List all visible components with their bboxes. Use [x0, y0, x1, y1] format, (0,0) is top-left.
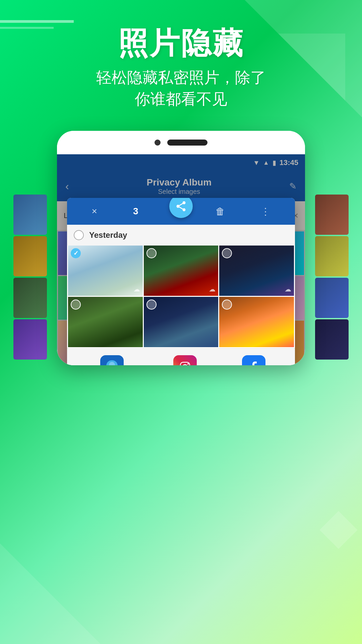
image-checkbox-3[interactable]	[222, 248, 232, 258]
header-section: 照片隐藏 轻松隐藏私密照片，除了 你谁都看不见	[0, 27, 362, 110]
selected-count: 3	[133, 206, 138, 217]
side-photo-right-4	[315, 319, 349, 360]
image-cell-3[interactable]: ☁	[219, 246, 294, 296]
sub-title: 轻松隐藏私密照片，除了 你谁都看不见	[0, 67, 362, 110]
svg-point-2	[187, 363, 189, 365]
share-app-facebook[interactable]: Facebook	[239, 355, 268, 365]
group-label: Yesterday	[67, 225, 295, 246]
side-photo-right-2	[315, 236, 349, 276]
share-button[interactable]	[169, 198, 193, 218]
delete-button[interactable]: 🗑	[216, 206, 225, 217]
phone-camera	[155, 140, 161, 146]
deselect-button[interactable]: ×	[92, 206, 97, 217]
image-checkbox-1[interactable]	[71, 248, 81, 258]
share-dialog: × 3 + 🗑 ⋮ Yesterday	[67, 198, 295, 365]
selected-toolbar: × 3 + 🗑 ⋮	[67, 198, 295, 225]
side-photos-right	[315, 195, 349, 360]
image-checkbox-2[interactable]	[146, 248, 157, 258]
image-cell-1[interactable]: ☁	[68, 246, 143, 296]
side-photo-left-2	[13, 236, 47, 276]
group-checkbox[interactable]	[74, 230, 84, 240]
side-photo-right-1	[315, 195, 349, 235]
image-checkbox-5[interactable]	[146, 300, 157, 310]
share-app-instagram[interactable]: Instagram	[170, 355, 200, 365]
cloud-icon-3: ☁	[285, 285, 291, 293]
sub-title-line2: 你谁都看不见	[135, 90, 227, 108]
share-app-leo[interactable]: LEO Privacy	[94, 355, 131, 365]
image-grid: ☁ ☁ ☁	[67, 246, 295, 348]
facebook-icon	[242, 355, 265, 365]
image-checkbox-6[interactable]	[222, 300, 232, 310]
side-photo-left-3	[13, 278, 47, 318]
instagram-icon	[173, 355, 197, 365]
image-cell-5[interactable]	[144, 297, 219, 347]
phone-mockup: ▼ ▲ ▮ 13:45 ‹ Privacy Album Select image…	[57, 131, 305, 365]
image-checkbox-4[interactable]	[71, 300, 81, 310]
bg-triangle-bl	[0, 543, 101, 644]
side-photo-left-4	[13, 319, 47, 360]
app-screen: ▼ ▲ ▮ 13:45 ‹ Privacy Album Select image…	[57, 154, 305, 365]
cloud-icon-1: ☁	[133, 285, 140, 293]
side-photos-left	[13, 195, 47, 360]
leo-privacy-icon	[100, 355, 124, 365]
image-cell-4[interactable]	[68, 297, 143, 347]
bg-stripe-1	[0, 20, 74, 23]
cloud-icon-2: ☁	[209, 285, 216, 293]
image-cell-6[interactable]	[219, 297, 294, 347]
phone-top-bar	[57, 131, 305, 154]
side-photo-left-1	[13, 195, 47, 235]
side-photo-right-3	[315, 278, 349, 318]
phone-speaker	[167, 140, 207, 146]
group-title: Yesterday	[89, 230, 127, 240]
dialog-overlay: × 3 + 🗑 ⋮ Yesterday	[57, 154, 305, 365]
share-to-section: LEO Privacy Instagram	[67, 348, 295, 365]
image-cell-2[interactable]: ☁	[144, 246, 219, 296]
main-title: 照片隐藏	[0, 27, 362, 60]
sub-title-line1: 轻松隐藏私密照片，除了	[96, 69, 266, 86]
svg-point-1	[183, 365, 187, 365]
bg-diamond	[319, 511, 357, 549]
more-button[interactable]: ⋮	[261, 206, 270, 217]
